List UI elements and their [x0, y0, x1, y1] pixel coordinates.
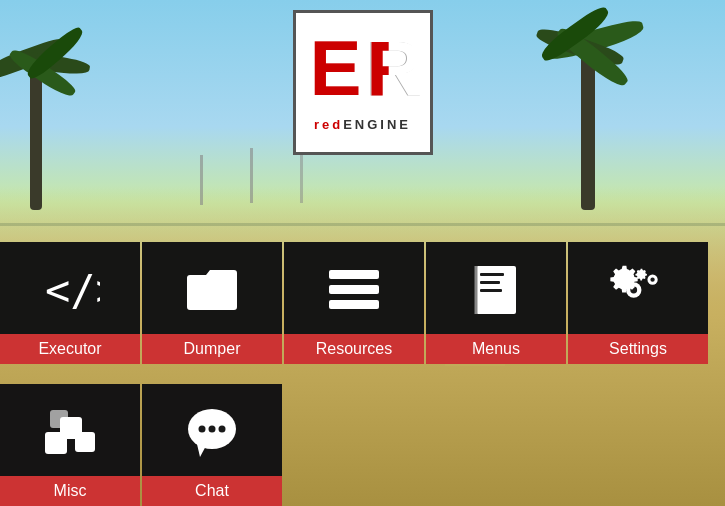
svg-point-18 [199, 426, 206, 433]
svg-marker-17 [197, 444, 207, 457]
svg-point-19 [209, 426, 216, 433]
menu-item-menus[interactable]: Menus [426, 242, 566, 364]
list-icon [324, 260, 384, 320]
logo-text: redENGINE [314, 117, 411, 132]
resources-icon-area [284, 242, 424, 334]
logo-container: E R R redENGINE [293, 10, 433, 155]
chat-icon-area [142, 384, 282, 476]
executor-icon-area: </> [0, 242, 140, 334]
svg-rect-15 [50, 410, 68, 428]
menus-label: Menus [426, 334, 566, 364]
svg-rect-3 [329, 300, 379, 309]
code-icon: </> [40, 260, 100, 320]
executor-label: Executor [0, 334, 140, 364]
svg-rect-14 [75, 432, 95, 452]
svg-rect-1 [329, 270, 379, 279]
book-icon [466, 260, 526, 320]
misc-icon-area [0, 384, 140, 476]
folder-icon [182, 260, 242, 320]
gear-icon [608, 260, 668, 320]
svg-rect-4 [480, 273, 504, 276]
misc-label: Misc [0, 476, 140, 506]
logo-text-red: red [314, 117, 343, 132]
chat-icon [182, 402, 242, 462]
svg-point-20 [219, 426, 226, 433]
svg-rect-2 [329, 285, 379, 294]
menu-row1: </> Executor Dumper Resources [0, 242, 708, 364]
logo-e: E [310, 29, 362, 107]
svg-rect-5 [480, 281, 500, 284]
settings-icon-area [568, 242, 708, 334]
svg-text:</>: </> [45, 266, 100, 315]
menu-item-misc[interactable]: Misc [0, 384, 140, 506]
menu-item-settings[interactable]: Settings [568, 242, 708, 364]
menu-row2: Misc Chat [0, 384, 282, 506]
dumper-icon-area [142, 242, 282, 334]
blocks-icon [40, 402, 100, 462]
dumper-label: Dumper [142, 334, 282, 364]
menu-item-dumper[interactable]: Dumper [142, 242, 282, 364]
menu-item-resources[interactable]: Resources [284, 242, 424, 364]
resources-label: Resources [284, 334, 424, 364]
svg-rect-6 [480, 289, 502, 292]
menu-item-chat[interactable]: Chat [142, 384, 282, 506]
menu-item-executor[interactable]: </> Executor [0, 242, 140, 364]
settings-label: Settings [568, 334, 708, 364]
svg-point-11 [650, 278, 654, 282]
logo-box: E R R redENGINE [293, 10, 433, 155]
chat-label: Chat [142, 476, 282, 506]
menus-icon-area [426, 242, 566, 334]
logo-text-engine: ENGINE [343, 117, 411, 132]
